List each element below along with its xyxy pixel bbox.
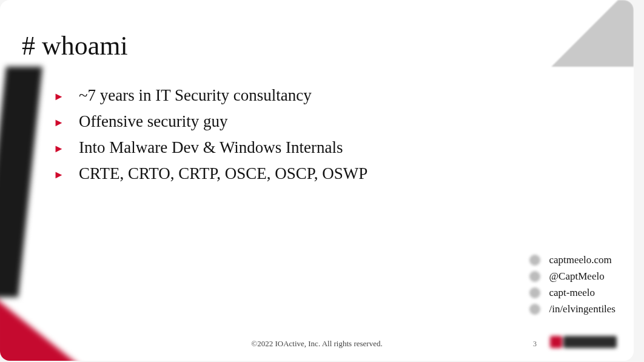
left-decoration <box>0 67 33 361</box>
bullet-item: ► Into Malware Dev & Windows Internals <box>53 138 367 157</box>
corner-decoration <box>537 0 634 67</box>
github-icon <box>529 287 540 298</box>
copyright-text: ©2022 IOActive, Inc. All rights reserved… <box>0 339 634 349</box>
bullet-icon: ► <box>53 142 79 155</box>
bullet-list: ► ~7 years in IT Security consultancy ► … <box>53 86 367 190</box>
contact-row-linkedin: /in/elvingentiles <box>529 303 615 315</box>
bullet-icon: ► <box>53 90 79 103</box>
contact-row-twitter: @CaptMeelo <box>529 270 615 283</box>
bullet-item: ► CRTE, CRTO, CRTP, OSCE, OSCP, OSWP <box>53 164 367 183</box>
contact-text: @CaptMeelo <box>549 270 604 283</box>
linkedin-icon <box>529 304 540 315</box>
bullet-icon: ► <box>53 169 79 181</box>
page-number: 3 <box>533 340 537 349</box>
bullet-text: Into Malware Dev & Windows Internals <box>79 138 343 157</box>
twitter-icon <box>529 271 540 282</box>
contact-text: captmeelo.com <box>549 254 611 266</box>
slide: # whoami ► ~7 years in IT Security consu… <box>0 0 634 361</box>
company-logo <box>550 333 617 351</box>
bullet-item: ► ~7 years in IT Security consultancy <box>53 86 367 105</box>
contact-list: captmeelo.com @CaptMeelo capt-meelo /in/… <box>529 254 615 320</box>
contact-row-github: capt-meelo <box>529 287 615 299</box>
contact-text: /in/elvingentiles <box>549 303 615 315</box>
globe-icon <box>529 255 540 266</box>
bullet-icon: ► <box>53 116 79 129</box>
slide-title: # whoami <box>22 30 128 61</box>
contact-text: capt-meelo <box>549 287 595 299</box>
bullet-text: CRTE, CRTO, CRTP, OSCE, OSCP, OSWP <box>79 164 367 183</box>
contact-row-website: captmeelo.com <box>529 254 615 266</box>
bullet-text: Offensive security guy <box>79 112 227 131</box>
bullet-item: ► Offensive security guy <box>53 112 367 131</box>
bullet-text: ~7 years in IT Security consultancy <box>79 86 312 105</box>
